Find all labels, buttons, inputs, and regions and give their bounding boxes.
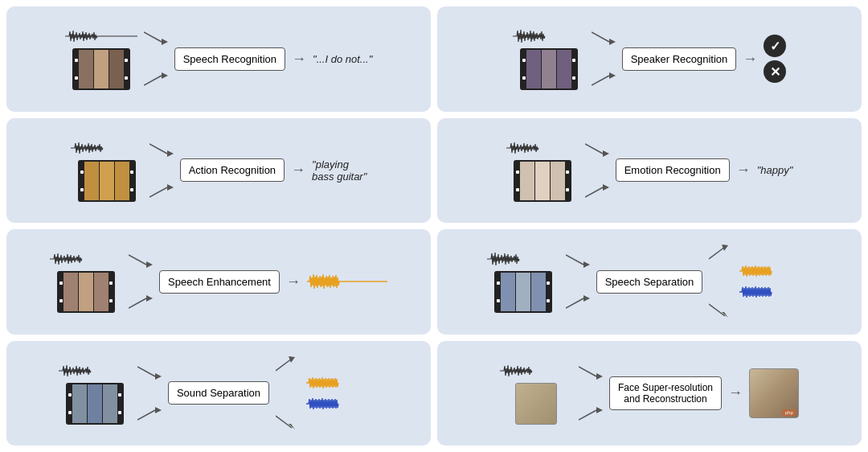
speaker-recognition-box: Speaker Recognition <box>622 47 737 71</box>
svg-marker-3 <box>162 72 168 79</box>
sound-separation-cell: Sound Separation <box>6 341 431 446</box>
speaker-recognition-arrows <box>592 26 616 92</box>
arrow-bottom-seh <box>129 282 153 314</box>
svg-marker-31 <box>155 407 162 413</box>
input-waveform-se <box>50 250 122 268</box>
emotion-recognition-box: Emotion Recognition <box>616 158 730 182</box>
sound-separation-box: Sound Separation <box>168 381 269 405</box>
check-x-output: ✓ ✕ <box>764 35 786 83</box>
speech-recognition-inputs <box>65 27 137 90</box>
filmstrip-action-recognition <box>78 160 136 202</box>
arrow-bottom-sr <box>592 60 616 92</box>
svg-line-12 <box>585 144 603 154</box>
face-input-lowres <box>515 383 557 425</box>
action-recognition-inputs <box>71 139 143 202</box>
arrow-bottom-ssp <box>566 282 590 314</box>
input-waveform-ss <box>487 250 559 268</box>
svg-marker-7 <box>609 72 616 79</box>
arrow-top-ac <box>149 138 174 170</box>
speaker-recognition-cell: Speaker Recognition → ✓ ✕ <box>437 6 862 112</box>
face-superresolution-box: Face Super-resolution and Reconstruction <box>609 376 722 410</box>
filmstrip-speech-enhancement <box>57 271 115 313</box>
speech-separation-inputs <box>487 250 559 313</box>
svg-line-24 <box>709 247 725 259</box>
svg-marker-13 <box>603 150 609 157</box>
svg-line-26 <box>709 304 725 316</box>
filmstrip-speech-separation <box>494 271 552 313</box>
speech-recognition-arrows <box>144 26 168 92</box>
face-output-highres: php <box>749 368 799 418</box>
arrow-bottom-ac <box>149 171 174 203</box>
arrow-to-output-fsr: → <box>728 384 743 401</box>
arrow-bottom-snds <box>137 394 162 426</box>
sound-separation-outputs <box>306 375 379 412</box>
svg-line-34 <box>276 416 292 428</box>
speech-enhancement-inputs <box>50 250 122 313</box>
filmstrip-speaker-recognition <box>520 48 578 90</box>
svg-line-28 <box>137 367 155 376</box>
svg-marker-9 <box>167 150 174 157</box>
svg-marker-1 <box>162 39 168 45</box>
input-waveform-fsr <box>500 362 572 380</box>
speech-enhancement-cell: Speech Enhancement → <box>6 229 431 335</box>
branch-arrow-bottom-snd <box>276 396 300 436</box>
x-icon: ✕ <box>764 60 786 83</box>
svg-line-10 <box>149 187 167 197</box>
svg-line-4 <box>592 32 609 42</box>
input-waveform-er <box>506 139 579 157</box>
emotion-recognition-inputs <box>506 139 579 202</box>
svg-line-30 <box>137 410 155 420</box>
arrow-bottom <box>144 60 168 92</box>
speech-recognition-cell: Speech Recognition → "...I do not..." <box>6 6 431 112</box>
svg-marker-5 <box>609 39 616 45</box>
output-waveform-blue-ss <box>739 284 812 300</box>
svg-line-14 <box>585 187 603 197</box>
action-recognition-output: "playing bass guitar" <box>312 158 366 183</box>
arrow-to-output-seh: → <box>286 273 301 290</box>
branch-arrow-top-snd <box>276 351 300 391</box>
speech-recognition-output: "...I do not..." <box>313 53 372 65</box>
arrow-top-ssp <box>566 249 590 281</box>
svg-marker-29 <box>155 373 162 380</box>
arrow-to-output-emr: → <box>736 162 751 179</box>
speech-separation-arrows <box>566 249 590 314</box>
input-waveform-speaker <box>513 27 585 45</box>
svg-line-38 <box>579 410 596 420</box>
input-waveform-snd <box>59 362 131 380</box>
svg-marker-25 <box>722 244 728 251</box>
face-superresolution-arrows <box>579 360 603 426</box>
speech-recognition-box: Speech Recognition <box>174 47 285 71</box>
arrow-bottom-emr <box>585 171 609 203</box>
svg-line-32 <box>276 359 292 371</box>
face-superresolution-cell: Face Super-resolution and Reconstruction… <box>437 341 862 446</box>
emotion-recognition-cell: Emotion Recognition → "happy" <box>437 118 862 224</box>
svg-marker-15 <box>603 184 609 191</box>
svg-marker-37 <box>596 373 603 380</box>
svg-marker-23 <box>583 295 590 302</box>
svg-line-20 <box>566 255 583 265</box>
action-recognition-cell: Action Recognition → "playing bass guita… <box>6 118 431 224</box>
arrow-to-output: → <box>292 51 306 68</box>
svg-line-6 <box>592 76 609 85</box>
svg-line-16 <box>129 255 146 265</box>
svg-line-18 <box>129 298 146 308</box>
sound-separation-branch-arrows <box>276 351 300 436</box>
speech-enhancement-box: Speech Enhancement <box>159 270 280 294</box>
arrow-top-fsr <box>579 360 603 392</box>
arrow-top-seh <box>129 249 153 281</box>
sound-separation-inputs <box>59 362 131 425</box>
emotion-recognition-output: "happy" <box>757 164 793 176</box>
filmstrip-emotion-recognition <box>514 160 571 202</box>
speech-separation-outputs <box>739 263 812 300</box>
output-waveform-orange-snd <box>306 375 379 391</box>
sound-separation-arrows <box>137 360 162 426</box>
svg-line-22 <box>566 298 583 308</box>
output-waveform-blue-snd <box>306 396 379 412</box>
filmstrip-speech-recognition <box>72 48 130 90</box>
svg-marker-19 <box>146 295 153 302</box>
arrow-bottom-fsr <box>579 394 603 426</box>
branch-arrow-bottom <box>709 284 733 324</box>
speech-enhancement-arrows <box>129 249 153 314</box>
svg-line-8 <box>149 144 167 154</box>
svg-marker-11 <box>167 184 174 191</box>
